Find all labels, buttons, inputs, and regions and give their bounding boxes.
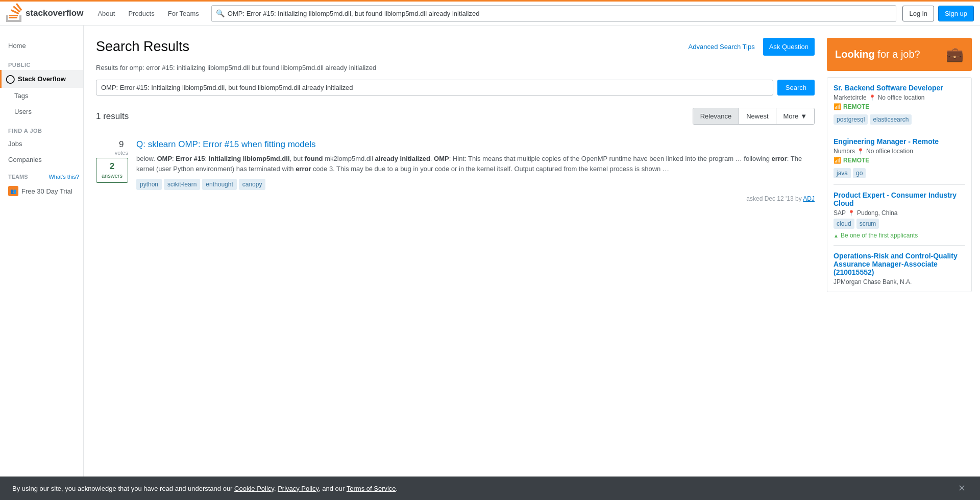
- job-title-4[interactable]: Operations-Risk and Control-Quality Assu…: [834, 252, 965, 276]
- chevron-down-icon: ▼: [800, 112, 807, 120]
- sort-more[interactable]: More ▼: [776, 108, 815, 124]
- job-box-title: Looking for a job? 💼: [835, 46, 964, 63]
- sort-relevance[interactable]: Relevance: [693, 108, 739, 124]
- job-remote-1: 📶 REMOTE: [834, 103, 869, 110]
- header-search-input[interactable]: [228, 10, 892, 17]
- search-icon: 🔍: [216, 9, 225, 17]
- briefcase-icon: 💼: [946, 46, 964, 63]
- search-button[interactable]: Search: [777, 80, 815, 96]
- sort-buttons: Relevance Newest More ▼: [693, 108, 815, 125]
- cookie-banner: By using our site, you acknowledge that …: [0, 477, 980, 500]
- sidebar-teams-what[interactable]: What's this?: [48, 174, 79, 180]
- teams-icon: 👥: [8, 186, 18, 196]
- job-skills-1: postgresql elasticsearch: [834, 114, 965, 125]
- job-skills-3: cloud scrum: [834, 219, 965, 229]
- sidebar-find-job-label: FIND A JOB: [0, 120, 83, 136]
- job-company-4: JPMorgan Chase Bank, N.A.: [834, 278, 965, 285]
- search-bar: Search: [96, 80, 815, 96]
- cookie-close-button[interactable]: ✕: [956, 483, 968, 494]
- triangle-up-icon: ▲: [834, 233, 839, 239]
- header: stackoverflow About Products For Teams 🔍…: [0, 0, 980, 26]
- job-entry-2: Engineering Manager - Remote Numbrs 📍 No…: [834, 137, 965, 185]
- question-tags: python scikit-learn enthought canopy: [136, 179, 815, 190]
- sidebar-home[interactable]: Home: [0, 38, 83, 54]
- sidebar-stackoverflow-label: Stack Overflow: [18, 75, 66, 83]
- skill-go: go: [853, 168, 866, 178]
- job-company-1: Marketcircle 📍 No office location: [834, 94, 965, 101]
- globe-icon: ◯: [6, 74, 15, 84]
- question-meta: asked Dec 12 '13 by ADJ: [136, 195, 815, 202]
- page-header-actions: Advanced Search Tips Ask Question: [689, 38, 815, 56]
- nav-products[interactable]: Products: [122, 6, 160, 21]
- job-company-3: SAP 📍 Pudong, China: [834, 209, 965, 217]
- skill-scrum: scrum: [856, 219, 879, 229]
- skill-java: java: [834, 168, 851, 178]
- results-count: 1 results: [96, 111, 129, 122]
- wifi-icon-2: 📶: [834, 157, 841, 164]
- question-title-link[interactable]: Q: sklearn OMP: Error #15 when fitting m…: [136, 139, 315, 149]
- header-buttons: Log in Sign up: [902, 6, 974, 21]
- first-applicant-3: ▲ Be one of the first applicants: [834, 232, 965, 239]
- location-icon-2: 📍: [857, 148, 864, 155]
- sidebar-teams-label: TEAMS: [8, 174, 28, 180]
- right-sidebar: Looking for a job? 💼 Sr. Backend Softwar…: [827, 26, 980, 500]
- page-title: Search Results: [96, 39, 189, 55]
- sidebar-trial-label: Free 30 Day Trial: [21, 187, 72, 195]
- cookie-policy-link[interactable]: Cookie Policy: [234, 485, 274, 492]
- login-button[interactable]: Log in: [902, 6, 934, 21]
- job-title-3[interactable]: Product Expert - Consumer Industry Cloud: [834, 191, 965, 207]
- results-for-text: Results for omp: error #15: initializing…: [96, 64, 815, 72]
- page-header: Search Results Advanced Search Tips Ask …: [96, 38, 815, 56]
- job-skills-2: java go: [834, 168, 965, 178]
- tag-enthought[interactable]: enthought: [202, 179, 236, 190]
- location-icon-1: 📍: [869, 94, 876, 101]
- question-title: Q: sklearn OMP: Error #15 when fitting m…: [136, 139, 815, 150]
- tag-canopy[interactable]: canopy: [239, 179, 266, 190]
- job-entry-3: Product Expert - Consumer Industry Cloud…: [834, 191, 965, 246]
- header-search-bar: 🔍: [211, 5, 897, 22]
- logo[interactable]: stackoverflow: [6, 3, 83, 23]
- sidebar-teams-section: TEAMS What's this?: [0, 168, 83, 182]
- job-remote-2: 📶 REMOTE: [834, 157, 869, 164]
- job-title-1[interactable]: Sr. Backend Software Developer: [834, 84, 965, 92]
- signup-button[interactable]: Sign up: [938, 6, 974, 21]
- skill-elasticsearch: elasticsearch: [870, 114, 912, 125]
- search-input[interactable]: [96, 80, 773, 96]
- sort-newest[interactable]: Newest: [739, 108, 776, 124]
- answers-box: 2 answers: [96, 158, 128, 183]
- question-excerpt: below. OMP: Error #15: Initializing libi…: [136, 154, 815, 174]
- question-user-link[interactable]: ADJ: [803, 195, 815, 202]
- sidebar: Home PUBLIC ◯ Stack Overflow Tags Users …: [0, 26, 84, 500]
- privacy-policy-link[interactable]: Privacy Policy: [278, 485, 318, 492]
- skill-cloud: cloud: [834, 219, 854, 229]
- tag-python[interactable]: python: [136, 179, 162, 190]
- sidebar-tags[interactable]: Tags: [0, 88, 83, 104]
- question-result: 9 votes 2 answers Q: sklearn OMP: Error …: [96, 131, 815, 210]
- sidebar-teams-trial[interactable]: 👥 Free 30 Day Trial: [0, 182, 83, 200]
- skill-postgresql: postgresql: [834, 114, 868, 125]
- stackoverflow-logo-icon: [6, 3, 22, 23]
- question-stats: 9 votes 2 answers: [96, 139, 128, 202]
- results-header: 1 results Relevance Newest More ▼: [96, 108, 815, 125]
- header-nav: About Products For Teams: [91, 6, 205, 21]
- cookie-text: By using our site, you acknowledge that …: [12, 485, 398, 492]
- nav-about[interactable]: About: [91, 6, 121, 21]
- ask-question-button[interactable]: Ask Question: [763, 38, 815, 56]
- job-box-header: Looking for a job? 💼: [827, 38, 972, 71]
- sidebar-stackoverflow[interactable]: ◯ Stack Overflow: [0, 70, 83, 88]
- tag-scikit-learn[interactable]: scikit-learn: [164, 179, 200, 190]
- sidebar-companies[interactable]: Companies: [0, 152, 83, 168]
- page: Home PUBLIC ◯ Stack Overflow Tags Users …: [0, 26, 980, 500]
- job-company-2: Numbrs 📍 No office location: [834, 148, 965, 155]
- main-content: Search Results Advanced Search Tips Ask …: [84, 26, 827, 500]
- votes-count: 9 votes: [115, 139, 128, 156]
- nav-for-teams[interactable]: For Teams: [162, 6, 205, 21]
- question-body: Q: sklearn OMP: Error #15 when fitting m…: [136, 139, 815, 202]
- advanced-search-link[interactable]: Advanced Search Tips: [689, 43, 755, 51]
- terms-link[interactable]: Terms of Service: [347, 485, 396, 492]
- job-listing: Sr. Backend Software Developer Marketcir…: [827, 77, 972, 292]
- sidebar-users[interactable]: Users: [0, 104, 83, 120]
- job-title-2[interactable]: Engineering Manager - Remote: [834, 137, 965, 146]
- location-icon-3: 📍: [848, 210, 855, 217]
- sidebar-jobs[interactable]: Jobs: [0, 136, 83, 152]
